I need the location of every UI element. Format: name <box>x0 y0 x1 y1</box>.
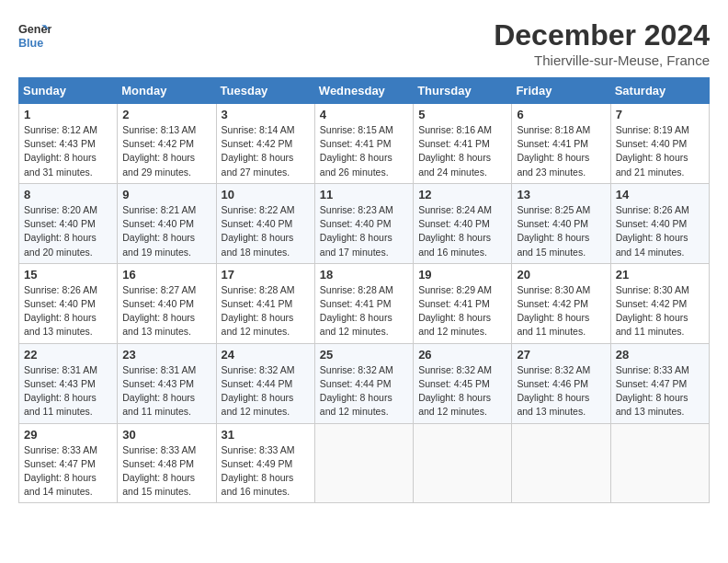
day-cell-26: 26Sunrise: 8:32 AM Sunset: 4:45 PM Dayli… <box>414 343 512 423</box>
day-number: 20 <box>517 268 605 282</box>
day-info: Sunrise: 8:14 AM Sunset: 4:42 PM Dayligh… <box>222 123 310 179</box>
day-info: Sunrise: 8:33 AM Sunset: 4:48 PM Dayligh… <box>122 443 210 500</box>
svg-text:General: General <box>18 23 51 36</box>
day-cell-19: 19Sunrise: 8:29 AM Sunset: 4:41 PM Dayli… <box>414 263 512 343</box>
day-info: Sunrise: 8:28 AM Sunset: 4:41 PM Dayligh… <box>320 283 408 339</box>
day-cell-22: 22Sunrise: 8:31 AM Sunset: 4:43 PM Dayli… <box>19 343 118 423</box>
day-cell-6: 6Sunrise: 8:18 AM Sunset: 4:41 PM Daylig… <box>512 104 610 184</box>
day-info: Sunrise: 8:21 AM Sunset: 4:40 PM Dayligh… <box>122 203 210 259</box>
day-info: Sunrise: 8:20 AM Sunset: 4:40 PM Dayligh… <box>24 203 112 259</box>
week-row-5: 29Sunrise: 8:33 AM Sunset: 4:47 PM Dayli… <box>19 423 710 503</box>
empty-cell <box>414 423 512 503</box>
day-info: Sunrise: 8:31 AM Sunset: 4:43 PM Dayligh… <box>122 363 210 419</box>
weekday-header-row: SundayMondayTuesdayWednesdayThursdayFrid… <box>19 78 710 104</box>
day-number: 9 <box>122 188 210 201</box>
day-number: 22 <box>24 348 112 362</box>
day-cell-2: 2Sunrise: 8:13 AM Sunset: 4:42 PM Daylig… <box>118 104 216 184</box>
calendar-table: SundayMondayTuesdayWednesdayThursdayFrid… <box>18 77 710 503</box>
week-row-1: 1Sunrise: 8:12 AM Sunset: 4:43 PM Daylig… <box>19 104 710 184</box>
weekday-header-saturday: Saturday <box>610 78 709 104</box>
day-cell-3: 3Sunrise: 8:14 AM Sunset: 4:42 PM Daylig… <box>216 104 314 184</box>
empty-cell <box>512 423 610 503</box>
day-cell-7: 7Sunrise: 8:19 AM Sunset: 4:40 PM Daylig… <box>610 104 709 184</box>
day-info: Sunrise: 8:33 AM Sunset: 4:47 PM Dayligh… <box>24 443 112 500</box>
logo-icon: General Blue <box>18 18 51 52</box>
day-info: Sunrise: 8:31 AM Sunset: 4:43 PM Dayligh… <box>24 363 112 419</box>
day-number: 4 <box>320 108 408 121</box>
day-number: 30 <box>122 428 210 442</box>
day-number: 1 <box>24 108 112 121</box>
day-cell-21: 21Sunrise: 8:30 AM Sunset: 4:42 PM Dayli… <box>610 263 709 343</box>
logo: General Blue <box>18 18 51 52</box>
day-info: Sunrise: 8:24 AM Sunset: 4:40 PM Dayligh… <box>418 203 506 259</box>
day-cell-5: 5Sunrise: 8:16 AM Sunset: 4:41 PM Daylig… <box>414 104 512 184</box>
day-info: Sunrise: 8:32 AM Sunset: 4:44 PM Dayligh… <box>320 363 408 419</box>
day-cell-1: 1Sunrise: 8:12 AM Sunset: 4:43 PM Daylig… <box>19 104 118 184</box>
day-number: 7 <box>616 108 704 121</box>
day-info: Sunrise: 8:28 AM Sunset: 4:41 PM Dayligh… <box>222 283 310 339</box>
empty-cell <box>610 423 709 503</box>
week-row-3: 15Sunrise: 8:26 AM Sunset: 4:40 PM Dayli… <box>19 263 710 343</box>
svg-text:Blue: Blue <box>18 37 43 50</box>
day-number: 31 <box>222 428 310 442</box>
day-cell-24: 24Sunrise: 8:32 AM Sunset: 4:44 PM Dayli… <box>216 343 314 423</box>
day-cell-9: 9Sunrise: 8:21 AM Sunset: 4:40 PM Daylig… <box>118 183 216 263</box>
day-cell-14: 14Sunrise: 8:26 AM Sunset: 4:40 PM Dayli… <box>610 183 709 263</box>
weekday-header-sunday: Sunday <box>19 78 118 104</box>
day-info: Sunrise: 8:26 AM Sunset: 4:40 PM Dayligh… <box>616 203 704 259</box>
day-info: Sunrise: 8:19 AM Sunset: 4:40 PM Dayligh… <box>616 123 704 179</box>
month-title: December 2024 <box>494 18 710 52</box>
day-number: 5 <box>418 108 506 121</box>
day-info: Sunrise: 8:12 AM Sunset: 4:43 PM Dayligh… <box>24 123 112 179</box>
week-row-2: 8Sunrise: 8:20 AM Sunset: 4:40 PM Daylig… <box>19 183 710 263</box>
day-cell-17: 17Sunrise: 8:28 AM Sunset: 4:41 PM Dayli… <box>216 263 314 343</box>
day-number: 17 <box>222 268 310 282</box>
day-cell-27: 27Sunrise: 8:32 AM Sunset: 4:46 PM Dayli… <box>512 343 610 423</box>
day-info: Sunrise: 8:33 AM Sunset: 4:47 PM Dayligh… <box>616 363 704 419</box>
location-subtitle: Thierville-sur-Meuse, France <box>494 52 710 68</box>
day-cell-31: 31Sunrise: 8:33 AM Sunset: 4:49 PM Dayli… <box>216 423 314 503</box>
weekday-header-monday: Monday <box>118 78 216 104</box>
day-info: Sunrise: 8:16 AM Sunset: 4:41 PM Dayligh… <box>418 123 506 179</box>
weekday-header-tuesday: Tuesday <box>216 78 314 104</box>
day-number: 21 <box>616 268 704 282</box>
day-number: 23 <box>122 348 210 362</box>
day-info: Sunrise: 8:32 AM Sunset: 4:44 PM Dayligh… <box>222 363 310 419</box>
day-number: 24 <box>222 348 310 362</box>
day-cell-4: 4Sunrise: 8:15 AM Sunset: 4:41 PM Daylig… <box>314 104 413 184</box>
day-info: Sunrise: 8:22 AM Sunset: 4:40 PM Dayligh… <box>222 203 310 259</box>
day-number: 13 <box>517 188 605 201</box>
day-number: 14 <box>616 188 704 201</box>
day-cell-13: 13Sunrise: 8:25 AM Sunset: 4:40 PM Dayli… <box>512 183 610 263</box>
day-cell-8: 8Sunrise: 8:20 AM Sunset: 4:40 PM Daylig… <box>19 183 118 263</box>
day-cell-10: 10Sunrise: 8:22 AM Sunset: 4:40 PM Dayli… <box>216 183 314 263</box>
day-cell-20: 20Sunrise: 8:30 AM Sunset: 4:42 PM Dayli… <box>512 263 610 343</box>
day-info: Sunrise: 8:30 AM Sunset: 4:42 PM Dayligh… <box>517 283 605 339</box>
day-number: 19 <box>418 268 506 282</box>
weekday-header-wednesday: Wednesday <box>314 78 413 104</box>
day-number: 28 <box>616 348 704 362</box>
day-cell-25: 25Sunrise: 8:32 AM Sunset: 4:44 PM Dayli… <box>314 343 413 423</box>
day-info: Sunrise: 8:18 AM Sunset: 4:41 PM Dayligh… <box>517 123 605 179</box>
day-info: Sunrise: 8:32 AM Sunset: 4:46 PM Dayligh… <box>517 363 605 419</box>
day-info: Sunrise: 8:27 AM Sunset: 4:40 PM Dayligh… <box>122 283 210 339</box>
day-cell-12: 12Sunrise: 8:24 AM Sunset: 4:40 PM Dayli… <box>414 183 512 263</box>
day-number: 16 <box>122 268 210 282</box>
day-number: 25 <box>320 348 408 362</box>
day-info: Sunrise: 8:15 AM Sunset: 4:41 PM Dayligh… <box>320 123 408 179</box>
day-number: 10 <box>222 188 310 201</box>
day-info: Sunrise: 8:26 AM Sunset: 4:40 PM Dayligh… <box>24 283 112 339</box>
weekday-header-friday: Friday <box>512 78 610 104</box>
day-number: 29 <box>24 428 112 442</box>
day-number: 3 <box>222 108 310 121</box>
day-info: Sunrise: 8:32 AM Sunset: 4:45 PM Dayligh… <box>418 363 506 419</box>
day-cell-28: 28Sunrise: 8:33 AM Sunset: 4:47 PM Dayli… <box>610 343 709 423</box>
day-cell-11: 11Sunrise: 8:23 AM Sunset: 4:40 PM Dayli… <box>314 183 413 263</box>
day-info: Sunrise: 8:13 AM Sunset: 4:42 PM Dayligh… <box>122 123 210 179</box>
day-number: 6 <box>517 108 605 121</box>
day-cell-18: 18Sunrise: 8:28 AM Sunset: 4:41 PM Dayli… <box>314 263 413 343</box>
day-number: 2 <box>122 108 210 121</box>
page-header: General Blue December 2024 Thierville-su… <box>18 18 710 68</box>
day-number: 11 <box>320 188 408 201</box>
day-number: 12 <box>418 188 506 201</box>
